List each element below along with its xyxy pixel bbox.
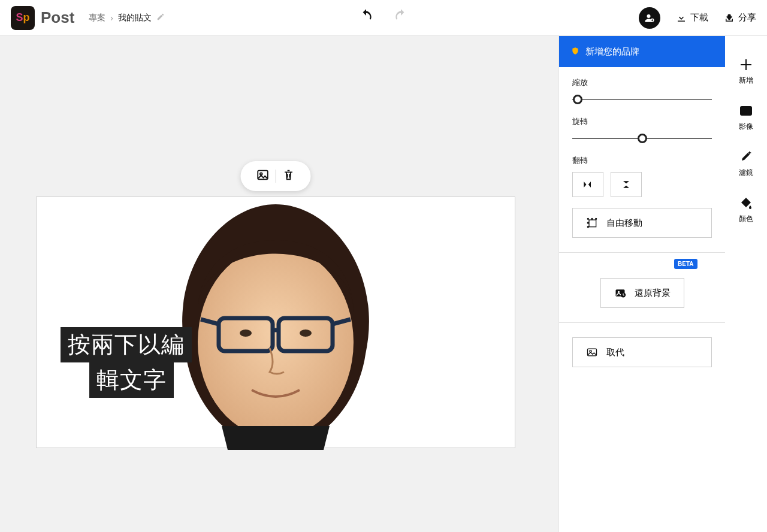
beta-badge: BETA [674,259,697,269]
canvas[interactable]: 按兩下以編 輯文字 [36,197,515,448]
svg-rect-4 [732,19,733,22]
breadcrumb-root[interactable]: 專案 [89,13,105,23]
breadcrumb-current[interactable]: 我的貼文 [118,13,152,23]
flip-label: 翻轉 [572,156,712,166]
rail-filter[interactable]: 濾鏡 [725,150,767,178]
share-button[interactable]: 分享 [724,12,756,23]
app-name: Post [41,8,74,27]
history-controls [357,8,410,28]
svg-point-17 [596,218,597,219]
floating-toolbar [241,161,311,191]
rail-add[interactable]: 新增 [725,58,767,86]
text-line-1: 按兩下以編 [61,327,192,362]
svg-point-14 [587,222,588,223]
undo-button[interactable] [357,8,375,28]
photo-placeholder[interactable] [150,198,401,450]
topbar: Sp Post 專案 › 我的貼文 下載 分享 [0,0,767,36]
breadcrumb: 專案 › 我的貼文 [89,13,165,23]
app-logo: Sp [11,6,35,30]
shield-icon [571,46,579,58]
breadcrumb-sep: › [110,13,113,23]
panel-body: 縮放 旋轉 翻轉 自由移動 [559,67,725,367]
svg-point-10 [240,330,252,337]
sparkle-icon [739,150,753,164]
properties-panel: 新增您的品牌 縮放 旋轉 翻轉 [558,36,725,532]
image-plus-icon [739,104,753,118]
share-icon [724,13,735,23]
flip-horizontal-button[interactable] [572,172,603,197]
svg-rect-12 [589,220,596,227]
share-label: 分享 [738,12,756,23]
text-element[interactable]: 按兩下以編 輯文字 [61,327,192,398]
rail-filter-label: 濾鏡 [739,168,753,178]
svg-point-6 [260,173,262,175]
edit-name-icon[interactable] [156,13,165,23]
canvas-content[interactable]: 按兩下以編 輯文字 [39,200,512,445]
svg-rect-23 [741,107,751,115]
free-move-label: 自由移動 [606,217,642,229]
text-line-2: 輯文字 [89,362,174,398]
rail-image[interactable]: 影像 [725,104,767,132]
download-button[interactable]: 下載 [676,12,708,23]
topbar-actions: 下載 分享 [639,7,756,29]
download-icon [676,13,687,23]
download-label: 下載 [690,12,708,23]
plus-icon [739,58,753,72]
right-rail: 新增 影像 濾鏡 顏色 [725,36,767,532]
svg-point-7 [198,246,354,438]
rail-add-label: 新增 [739,75,753,86]
flip-vertical-button[interactable] [611,172,642,197]
zoom-slider[interactable] [572,95,712,104]
add-brand-bar[interactable]: 新增您的品牌 [559,36,725,67]
svg-point-16 [591,218,593,219]
restore-bg-button[interactable]: 還原背景 [600,278,684,308]
svg-point-15 [587,226,588,228]
replace-button[interactable]: 取代 [572,337,712,367]
rotate-label: 旋轉 [572,117,712,127]
rail-color-label: 顏色 [739,214,753,224]
replace-label: 取代 [606,347,624,358]
svg-rect-2 [726,20,733,22]
add-brand-label: 新增您的品牌 [585,46,639,58]
zoom-label: 縮放 [572,78,712,88]
user-avatar[interactable] [639,7,660,29]
redo-button[interactable] [392,8,410,28]
restore-bg-label: 還原背景 [635,288,671,299]
free-move-button[interactable]: 自由移動 [572,208,712,238]
logo-text: Sp [16,11,29,24]
paint-bucket-icon [739,196,753,210]
rotate-slider[interactable] [572,134,712,143]
svg-point-13 [587,218,588,219]
svg-rect-21 [588,349,597,356]
rail-image-label: 影像 [739,122,753,132]
svg-rect-3 [726,19,727,22]
rail-color[interactable]: 顏色 [725,196,767,224]
svg-point-0 [647,14,651,18]
delete-icon[interactable] [276,166,301,186]
replace-image-icon[interactable] [250,166,276,186]
svg-point-11 [300,330,312,337]
workspace: 按兩下以編 輯文字 新增您的品牌 縮放 旋轉 翻轉 [0,36,767,532]
